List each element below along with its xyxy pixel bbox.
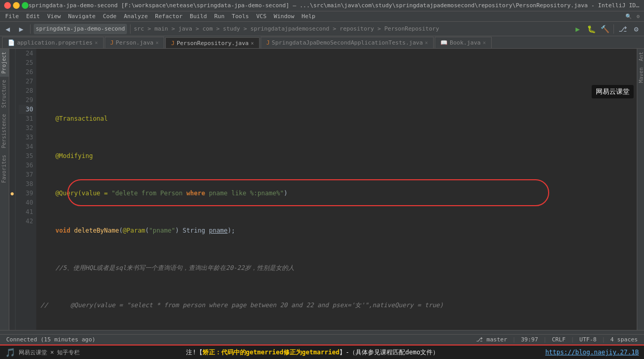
tab-close-icon[interactable]: × — [251, 40, 254, 46]
tab-application-properties[interactable]: 📄 application.properties × — [2, 37, 104, 48]
minimize-button[interactable] — [13, 2, 20, 9]
toolbar: ◀ ▶ springdata-jpa-demo-second src > mai… — [0, 22, 644, 36]
structure-panel-tab[interactable]: Structure — [0, 77, 9, 111]
annotation-transactional: @Transactional — [40, 114, 108, 123]
gutter-icon-35 — [9, 151, 15, 161]
settings-icon[interactable]: ⚙ — [635, 13, 642, 19]
maximize-button[interactable] — [22, 2, 28, 9]
back-button[interactable]: ◀ — [2, 23, 13, 35]
code-content[interactable]: @Transactional @Modifying @Query(value =… — [36, 49, 637, 330]
run-button[interactable]: ▶ — [572, 23, 583, 35]
gutter-icon-39-bookmark[interactable]: ● — [9, 189, 15, 198]
comment-29: // @Query(value = "select * from person … — [40, 300, 443, 310]
tab-book-java[interactable]: 📖 Book.java × — [435, 37, 492, 48]
favorites-panel-tab[interactable]: Favorites — [0, 152, 9, 186]
code-line-25: @Modifying — [40, 151, 633, 161]
gutter-icon-37 — [9, 170, 15, 179]
line-num-26: 26 — [19, 67, 33, 77]
menu-vcs[interactable]: VCS — [253, 12, 269, 20]
tab-person-java[interactable]: J Person.java × — [105, 37, 165, 48]
menu-refactor[interactable]: Refactor — [152, 12, 185, 20]
line-num-36: 36 — [19, 161, 33, 170]
notification-link-area: https://blog.naejiy.27.1B — [545, 349, 639, 356]
line-col[interactable]: 39:97 — [519, 336, 540, 343]
persistence-panel-tab[interactable]: Persistence — [0, 111, 9, 151]
menu-view[interactable]: View — [44, 12, 64, 20]
gutter-icon-24 — [9, 49, 15, 58]
menu-navigate[interactable]: Navigate — [65, 12, 99, 20]
window-controls — [4, 2, 28, 9]
tab-label: Person.java — [116, 39, 153, 46]
search-everywhere[interactable]: 🔍 — [623, 13, 634, 19]
project-panel-tab[interactable]: Project — [0, 49, 9, 77]
menu-code[interactable]: Code — [99, 12, 120, 20]
code-line-29: // @Query(value = "select * from person … — [40, 300, 633, 310]
settings-toolbar-icon[interactable]: ⚙ — [631, 23, 642, 35]
gutter-icon-34 — [9, 142, 15, 151]
line-num-38: 38 — [19, 179, 33, 189]
titlebar: springdata-jpa-demo-second [F:\workspace… — [0, 0, 644, 11]
tab-close-icon[interactable]: × — [425, 40, 428, 46]
tab-label: PersonRepository.java — [177, 40, 249, 47]
right-panels: Ant Maven — [637, 49, 644, 330]
tab-close-icon[interactable]: × — [95, 40, 98, 46]
git-branch[interactable]: ⎇ master — [474, 336, 509, 343]
line-num-39: 39 — [19, 189, 33, 198]
close-button[interactable] — [4, 2, 11, 9]
gutter-icon-26 — [9, 67, 15, 77]
menu-tools[interactable]: Tools — [228, 12, 252, 20]
tab-close-icon[interactable]: × — [155, 40, 159, 46]
tab-personrepository-java[interactable]: J PersonRepository.java × — [165, 37, 260, 49]
tab-label: SpringdataJpaDemoSecondApplicationTests.… — [272, 39, 423, 46]
line-num-28: 28 — [19, 86, 33, 95]
watermark-text: 网易云课堂 — [596, 88, 629, 95]
gutter-icon-28 — [9, 86, 15, 95]
build-button[interactable]: 🔨 — [599, 23, 610, 35]
menu-window[interactable]: Window — [270, 12, 297, 20]
annotation-modifying: @Modifying — [40, 151, 93, 161]
menubar: File Edit View Navigate Code Analyze Ref… — [0, 11, 644, 22]
line-endings[interactable]: CRLF — [550, 336, 568, 343]
forward-button[interactable]: ▶ — [16, 23, 27, 35]
project-label[interactable]: springdata-jpa-demo-second — [34, 24, 127, 34]
separator2 — [130, 24, 131, 34]
line-num-33: 33 — [19, 133, 33, 142]
ant-panel-tab[interactable]: Ant — [637, 49, 644, 64]
line-num-37: 37 — [19, 170, 33, 179]
gutter-icon-41 — [9, 207, 15, 217]
code-26-end: ) — [284, 189, 288, 198]
gutter-icon-42 — [9, 217, 15, 226]
debug-button[interactable]: 🐛 — [585, 23, 597, 35]
separator — [30, 24, 31, 34]
menu-help[interactable]: Help — [298, 12, 319, 20]
notification-message: 注!【矫正：代码中的getmerried修正为getmarried】-（具体参见… — [186, 349, 439, 356]
annotation-query-26: @Query(value = — [40, 189, 111, 198]
git-icon[interactable]: ⎇ — [617, 23, 628, 35]
tab-close-icon[interactable]: × — [483, 40, 486, 46]
comment-28: //5、使用HQL或者是sql来书写一个查询语句，查询出年龄在20-22岁，性别… — [40, 263, 294, 272]
charset[interactable]: UTF-8 — [577, 336, 598, 343]
menu-build[interactable]: Build — [187, 12, 210, 20]
gutter-icon-29 — [9, 95, 15, 105]
line-num-24: 24 — [19, 49, 33, 58]
notif-link[interactable]: https://blog.naejiy.27.1B — [545, 349, 639, 356]
code-line-27: void deleteByName(@Param("pname") String… — [40, 226, 633, 235]
menu-file[interactable]: File — [2, 12, 22, 20]
tab-springdata-tests-java[interactable]: J SpringdataJpaDemoSecondApplicationTest… — [261, 37, 434, 48]
notification-logo-area: 🎵 网易云课堂 × 知乎专栏 — [5, 348, 80, 357]
gutter-icon-30 — [9, 105, 15, 114]
line-num-34: 34 — [19, 142, 33, 151]
menu-analyze[interactable]: Analyze — [121, 12, 151, 20]
zhihu-text: 知乎专栏 — [57, 349, 80, 356]
indent[interactable]: 4 spaces — [608, 336, 640, 343]
java-icon: J — [171, 40, 175, 47]
code-line-24: @Transactional — [40, 114, 633, 123]
menu-run[interactable]: Run — [211, 12, 227, 20]
line-num-31: 31 — [19, 114, 33, 123]
statusbar: Connected (15 minutes ago) ⎇ master | 39… — [0, 334, 644, 344]
menu-edit[interactable]: Edit — [23, 12, 44, 20]
maven-panel-tab[interactable]: Maven — [637, 64, 644, 86]
gutter: ● — [9, 49, 16, 330]
breadcrumb: src > main > java > com > study > spring… — [134, 25, 439, 32]
gutter-icon-33 — [9, 133, 15, 142]
